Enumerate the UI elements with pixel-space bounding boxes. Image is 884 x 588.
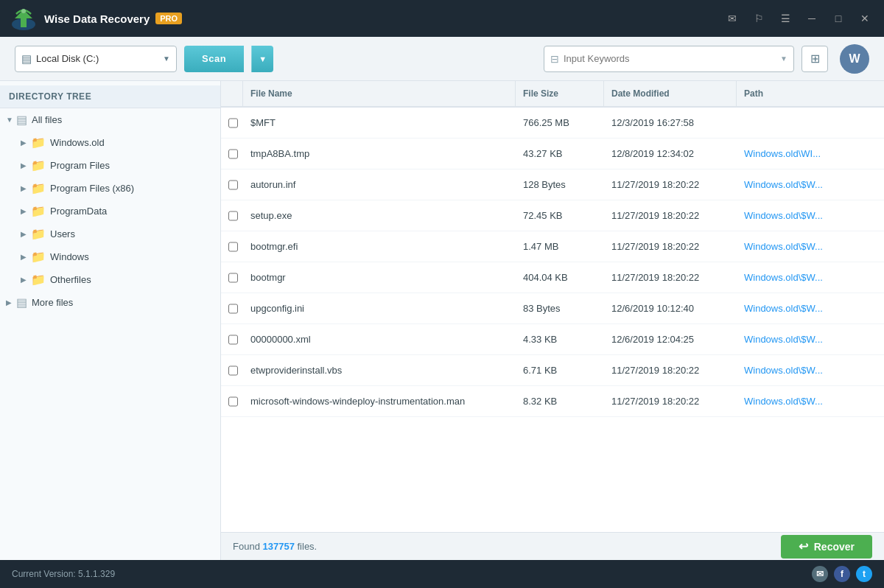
row-filesize: 6.71 KB: [516, 355, 604, 385]
row-filesize: 4.33 KB: [516, 324, 604, 354]
sidebar-item-programdata[interactable]: ▶ 📁 ProgramData: [0, 200, 220, 223]
table-row: tmpA8BA.tmp 43.27 KB 12/8/2019 12:34:02 …: [221, 139, 884, 169]
row-checkbox[interactable]: [228, 211, 238, 221]
tree-arrow-morefiles: ▶: [6, 298, 16, 307]
logo-area: Wise Data Recovery PRO: [9, 4, 722, 33]
row-checkbox-cell[interactable]: [221, 262, 243, 293]
folder-icon-otherfiles: 📁: [31, 273, 46, 287]
row-checkbox[interactable]: [228, 273, 238, 283]
search-chevron-icon: ▼: [780, 55, 787, 63]
row-filename: tmpA8BA.tmp: [243, 139, 516, 169]
sidebar-item-programfilesx86[interactable]: ▶ 📁 Program Files (x86): [0, 177, 220, 200]
row-checkbox-cell[interactable]: [221, 355, 243, 385]
row-filename: setup.exe: [243, 200, 516, 231]
row-path: Windows.old\WI...: [737, 139, 884, 169]
table-row: autorun.inf 128 Bytes 11/27/2019 18:20:2…: [221, 169, 884, 200]
folder-icon-windowsold: 📁: [31, 136, 46, 150]
row-checkbox[interactable]: [228, 335, 238, 345]
row-checkbox[interactable]: [228, 242, 238, 252]
feedback-icon[interactable]: ⚐: [748, 8, 769, 29]
window-controls: ✉ ⚐ ☰ ─ □ ✕: [722, 8, 875, 29]
bottombar: Current Version: 5.1.1.329 ✉ f t: [0, 560, 884, 588]
tree-arrow-allfiles: ▼: [6, 116, 16, 124]
search-input[interactable]: [564, 53, 780, 64]
user-avatar[interactable]: W: [840, 44, 869, 74]
close-button[interactable]: ✕: [855, 8, 875, 29]
tree-label-windows: Windows: [50, 251, 89, 262]
sidebar-item-allfiles[interactable]: ▼ ▤ All files: [0, 108, 220, 131]
drive-chevron-icon: ▼: [163, 55, 170, 63]
table-row: microsoft-windows-windeploy-instrumentat…: [221, 386, 884, 417]
row-date: 12/8/2019 12:34:02: [604, 139, 737, 169]
sidebar-item-windowsold[interactable]: ▶ 📁 Windows.old: [0, 131, 220, 154]
sidebar-item-programfiles[interactable]: ▶ 📁 Program Files: [0, 154, 220, 177]
row-checkbox-cell[interactable]: [221, 231, 243, 262]
folder-icon-programfiles: 📁: [31, 158, 46, 172]
table-row: $MFT 766.25 MB 12/3/2019 16:27:58: [221, 108, 884, 139]
recover-icon: ↩: [799, 539, 808, 553]
row-checkbox-cell[interactable]: [221, 324, 243, 354]
row-checkbox-cell[interactable]: [221, 200, 243, 231]
row-checkbox[interactable]: [228, 304, 238, 314]
tree-label-allfiles: All files: [32, 114, 62, 125]
maximize-button[interactable]: □: [828, 8, 849, 29]
row-checkbox-cell[interactable]: [221, 169, 243, 200]
row-date: 11/27/2019 18:20:22: [604, 231, 737, 262]
social-icons: ✉ f t: [812, 566, 872, 582]
found-files-text: Found 137757 files.: [233, 541, 317, 552]
tree-label-morefiles: More files: [32, 297, 73, 308]
pro-badge: PRO: [155, 13, 182, 24]
row-checkbox[interactable]: [228, 396, 238, 407]
sidebar-item-windows[interactable]: ▶ 📁 Windows: [0, 245, 220, 268]
row-filesize: 43.27 KB: [516, 139, 604, 169]
row-checkbox[interactable]: [228, 149, 238, 159]
toolbar: ▤ Local Disk (C:) ▼ Scan ▼ ⊟ ▼ ⊞ W: [0, 37, 884, 81]
found-count: 137757: [262, 541, 294, 552]
row-path: Windows.old\$W...: [737, 200, 884, 231]
minimize-button[interactable]: ─: [801, 8, 822, 29]
sidebar-item-morefiles[interactable]: ▶ ▤ More files: [0, 291, 220, 314]
row-checkbox-cell[interactable]: [221, 386, 243, 416]
sidebar-item-users[interactable]: ▶ 📁 Users: [0, 223, 220, 245]
email-icon[interactable]: ✉: [722, 8, 743, 29]
row-filename: microsoft-windows-windeploy-instrumentat…: [243, 386, 516, 416]
row-filesize: 766.25 MB: [516, 108, 604, 138]
svg-point-1: [21, 9, 26, 13]
social-twitter-icon[interactable]: t: [856, 566, 872, 582]
app-title: Wise Data Recovery: [44, 13, 150, 25]
found-suffix: files.: [298, 541, 318, 552]
row-filesize: 404.04 KB: [516, 262, 604, 293]
scan-button[interactable]: Scan: [184, 46, 244, 72]
row-filename: autorun.inf: [243, 169, 516, 200]
social-email-icon[interactable]: ✉: [812, 566, 828, 582]
social-facebook-icon[interactable]: f: [834, 566, 850, 582]
row-filename: etwproviderinstall.vbs: [243, 355, 516, 385]
tree-label-programfiles: Program Files: [50, 160, 110, 171]
row-date: 12/6/2019 12:04:25: [604, 324, 737, 354]
row-filesize: 8.32 KB: [516, 386, 604, 416]
row-checkbox[interactable]: [228, 118, 238, 128]
folder-icon-programfilesx86: 📁: [31, 181, 46, 195]
statusbar: Found 137757 files. ↩ Recover: [221, 532, 884, 560]
sidebar-item-otherfiles[interactable]: ▶ 📁 Otherfiles: [0, 268, 220, 291]
row-checkbox-cell[interactable]: [221, 293, 243, 323]
drive-selector[interactable]: ▤ Local Disk (C:) ▼: [15, 46, 177, 72]
file-list-area: File Name File Size Date Modified Path $…: [221, 81, 884, 560]
col-path: Path: [737, 81, 884, 106]
row-checkbox-cell[interactable]: [221, 139, 243, 169]
row-filename: bootmgr.efi: [243, 231, 516, 262]
row-date: 12/3/2019 16:27:58: [604, 108, 737, 138]
row-checkbox[interactable]: [228, 180, 238, 190]
table-row: bootmgr 404.04 KB 11/27/2019 18:20:22 Wi…: [221, 262, 884, 293]
scan-dropdown-button[interactable]: ▼: [251, 46, 273, 72]
table-row: upgconfig.ini 83 Bytes 12/6/2019 10:12:4…: [221, 293, 884, 324]
view-toggle-button[interactable]: ⊞: [801, 46, 828, 72]
main-area: Directory Tree ▼ ▤ All files ▶ 📁 Windows…: [0, 81, 884, 560]
row-checkbox[interactable]: [228, 365, 238, 376]
tree-label-users: Users: [50, 228, 75, 239]
row-checkbox-cell[interactable]: [221, 108, 243, 138]
tree-arrow-programfilesx86: ▶: [21, 184, 31, 192]
menu-icon[interactable]: ☰: [775, 8, 796, 29]
recover-button[interactable]: ↩ Recover: [781, 535, 872, 559]
version-text: Current Version: 5.1.1.329: [12, 569, 115, 579]
